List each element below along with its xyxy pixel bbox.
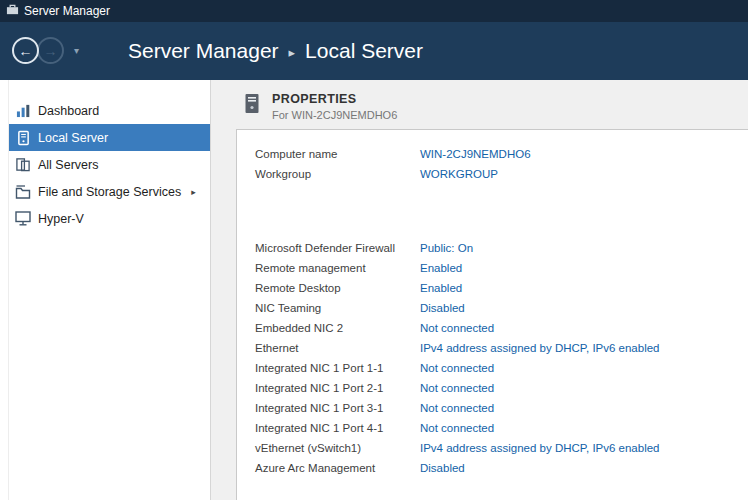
app-icon xyxy=(6,2,19,20)
back-arrow-icon: ← xyxy=(19,44,33,58)
header-bar: ← → ▾ Server Manager ▸ Local Server xyxy=(0,22,748,80)
property-label: Integrated NIC 1 Port 1-1 xyxy=(255,362,420,374)
sidebar-item-label: All Servers xyxy=(38,158,98,172)
property-label: Ethernet xyxy=(255,342,420,354)
property-row: NIC TeamingDisabled xyxy=(255,298,748,318)
property-value-link[interactable]: IPv4 address assigned by DHCP, IPv6 enab… xyxy=(420,442,660,454)
property-value-link[interactable]: Not connected xyxy=(420,322,494,334)
property-row: WorkgroupWORKGROUP xyxy=(255,164,748,184)
property-row: Microsoft Defender FirewallPublic: On xyxy=(255,238,748,258)
property-value-link[interactable]: Disabled xyxy=(420,462,465,474)
property-row: Integrated NIC 1 Port 1-1Not connected xyxy=(255,358,748,378)
sidebar-item-label: Hyper-V xyxy=(38,212,84,226)
sidebar-item-label: File and Storage Services xyxy=(38,185,181,199)
sidebar-item-file-and-storage-services[interactable]: File and Storage Services▸ xyxy=(9,178,210,205)
property-label: Integrated NIC 1 Port 3-1 xyxy=(255,402,420,414)
property-value-link[interactable]: Disabled xyxy=(420,302,465,314)
property-label: Remote management xyxy=(255,262,420,274)
properties-subtitle: For WIN-2CJ9NEMDHO6 xyxy=(272,109,397,121)
content-pane: PROPERTIES For WIN-2CJ9NEMDHO6 Computer … xyxy=(211,80,748,500)
server-manager-window: Server Manager ← → ▾ Server Manager ▸ Lo… xyxy=(0,0,748,500)
property-group: Computer nameWIN-2CJ9NEMDHO6WorkgroupWOR… xyxy=(255,144,748,184)
property-row: Remote DesktopEnabled xyxy=(255,278,748,298)
property-value-link[interactable]: WIN-2CJ9NEMDHO6 xyxy=(420,148,531,160)
properties-panel: Computer nameWIN-2CJ9NEMDHO6WorkgroupWOR… xyxy=(236,129,748,500)
property-label: Integrated NIC 1 Port 4-1 xyxy=(255,422,420,434)
sidebar-item-hyper-v[interactable]: Hyper-V xyxy=(9,205,210,232)
property-group: Microsoft Defender FirewallPublic: OnRem… xyxy=(255,238,748,478)
sidebar-edge-strip xyxy=(0,80,9,500)
breadcrumb-current[interactable]: Local Server xyxy=(305,39,423,63)
property-value-link[interactable]: Public: On xyxy=(420,242,473,254)
property-row: Azure Arc ManagementDisabled xyxy=(255,458,748,478)
sidebar-item-all-servers[interactable]: All Servers xyxy=(9,151,210,178)
breadcrumb-separator-icon: ▸ xyxy=(289,45,296,60)
sidebar-items: DashboardLocal ServerAll ServersFile and… xyxy=(0,97,210,232)
dashboard-icon xyxy=(14,102,32,120)
server-properties-icon xyxy=(243,93,261,118)
property-label: Remote Desktop xyxy=(255,282,420,294)
property-row: EthernetIPv4 address assigned by DHCP, I… xyxy=(255,338,748,358)
sidebar-item-dashboard[interactable]: Dashboard xyxy=(9,97,210,124)
sidebar-item-label: Local Server xyxy=(38,131,108,145)
property-label: vEthernet (vSwitch1) xyxy=(255,442,420,454)
forward-button[interactable]: → xyxy=(37,37,64,64)
back-button[interactable]: ← xyxy=(12,37,39,64)
property-label: Integrated NIC 1 Port 2-1 xyxy=(255,382,420,394)
property-value-link[interactable]: Not connected xyxy=(420,402,494,414)
sidebar: DashboardLocal ServerAll ServersFile and… xyxy=(0,80,211,500)
property-row: Integrated NIC 1 Port 3-1Not connected xyxy=(255,398,748,418)
property-label: Embedded NIC 2 xyxy=(255,322,420,334)
sidebar-item-local-server[interactable]: Local Server xyxy=(9,124,210,151)
nav-history-dropdown[interactable]: ▾ xyxy=(74,45,79,56)
chevron-down-icon: ▾ xyxy=(74,45,79,56)
property-value-link[interactable]: Enabled xyxy=(420,262,462,274)
property-label: Azure Arc Management xyxy=(255,462,420,474)
property-row: Integrated NIC 1 Port 4-1Not connected xyxy=(255,418,748,438)
property-value-link[interactable]: IPv4 address assigned by DHCP, IPv6 enab… xyxy=(420,342,660,354)
main-area: DashboardLocal ServerAll ServersFile and… xyxy=(0,80,748,500)
breadcrumb: Server Manager ▸ Local Server xyxy=(128,39,423,63)
property-label: Microsoft Defender Firewall xyxy=(255,242,420,254)
properties-heading-text: PROPERTIES For WIN-2CJ9NEMDHO6 xyxy=(272,92,397,121)
window-title: Server Manager xyxy=(24,4,110,18)
property-row: Remote managementEnabled xyxy=(255,258,748,278)
property-row: Embedded NIC 2Not connected xyxy=(255,318,748,338)
properties-title: PROPERTIES xyxy=(272,92,397,106)
sidebar-item-label: Dashboard xyxy=(38,104,99,118)
property-label: Computer name xyxy=(255,148,420,160)
property-row: Computer nameWIN-2CJ9NEMDHO6 xyxy=(255,144,748,164)
nav-buttons: ← → ▾ xyxy=(12,36,122,66)
property-label: Workgroup xyxy=(255,168,420,180)
property-row: vEthernet (vSwitch1)IPv4 address assigne… xyxy=(255,438,748,458)
titlebar: Server Manager xyxy=(0,0,748,22)
property-row: Integrated NIC 1 Port 2-1Not connected xyxy=(255,378,748,398)
submenu-chevron-icon: ▸ xyxy=(191,187,196,197)
property-value-link[interactable]: Not connected xyxy=(420,362,494,374)
properties-header: PROPERTIES For WIN-2CJ9NEMDHO6 xyxy=(243,92,748,121)
property-value-link[interactable]: WORKGROUP xyxy=(420,168,498,180)
all-servers-icon xyxy=(14,156,32,174)
property-value-link[interactable]: Enabled xyxy=(420,282,462,294)
file-storage-icon xyxy=(14,183,32,201)
forward-arrow-icon: → xyxy=(44,44,58,58)
property-label: NIC Teaming xyxy=(255,302,420,314)
property-value-link[interactable]: Not connected xyxy=(420,382,494,394)
local-server-icon xyxy=(14,129,32,147)
hyperv-icon xyxy=(14,210,32,228)
breadcrumb-root[interactable]: Server Manager xyxy=(128,39,279,63)
property-value-link[interactable]: Not connected xyxy=(420,422,494,434)
